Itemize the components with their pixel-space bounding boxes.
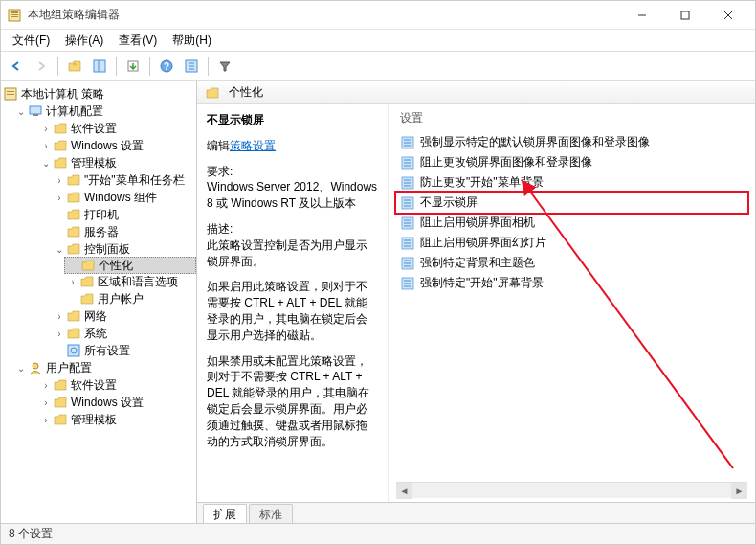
tree-root[interactable]: 本地计算机 策略 (1, 85, 196, 102)
setting-item[interactable]: 强制特定"开始"屏幕背景 (396, 273, 747, 293)
window-title: 本地组策略编辑器 (28, 7, 620, 23)
setting-label: 阻止启用锁屏界面幻灯片 (420, 235, 546, 251)
tree-servers[interactable]: 服务器 (51, 223, 196, 240)
menubar: 文件(F) 操作(A) 查看(V) 帮助(H) (1, 30, 755, 51)
chevron-down-icon[interactable]: ⌄ (39, 156, 53, 170)
description-column: 不显示锁屏 编辑策略设置 要求:Windows Server 2012、Wind… (197, 104, 389, 502)
policy-icon (400, 276, 415, 291)
scroll-right-button[interactable]: ► (731, 483, 747, 499)
menu-help[interactable]: 帮助(H) (165, 31, 219, 51)
policy-icon (400, 155, 415, 170)
tree-admin-templates[interactable]: ⌄管理模板 (37, 154, 196, 171)
svg-rect-19 (68, 345, 79, 356)
chevron-right-icon[interactable]: › (66, 275, 79, 288)
tree-user-config[interactable]: ⌄ 用户配置 (12, 359, 196, 376)
filter-button[interactable] (213, 55, 236, 78)
tree-region-language[interactable]: ›区域和语言选项 (64, 273, 196, 290)
tree-printers[interactable]: 打印机 (51, 206, 196, 223)
setting-item[interactable]: 阻止启用锁屏界面相机 (396, 213, 747, 233)
horizontal-scrollbar[interactable]: ◄ ► (396, 482, 747, 498)
chevron-right-icon[interactable]: › (39, 413, 53, 426)
svg-point-21 (33, 363, 38, 369)
svg-rect-2 (11, 14, 18, 15)
chevron-down-icon[interactable]: ⌄ (53, 242, 66, 256)
window-titlebar: 本地组策略编辑器 (1, 1, 755, 30)
chevron-right-icon[interactable]: › (39, 396, 53, 409)
tree-user-admin[interactable]: ›管理模板 (37, 411, 196, 428)
setting-item[interactable]: 防止更改"开始"菜单背景 (396, 172, 747, 193)
tree-computer-config[interactable]: ⌄ 计算机配置 (12, 102, 196, 120)
chevron-right-icon[interactable]: › (53, 309, 66, 323)
policy-icon (400, 236, 415, 251)
up-button[interactable] (63, 55, 86, 78)
requirements-label: 要求: (207, 165, 233, 178)
svg-rect-18 (33, 114, 38, 116)
statusbar-text: 8 个设置 (9, 526, 53, 542)
export-button[interactable] (122, 55, 145, 78)
svg-rect-15 (7, 91, 14, 92)
scroll-left-button[interactable]: ◄ (396, 483, 412, 499)
svg-rect-16 (7, 94, 14, 95)
edit-policy-link[interactable]: 策略设置 (230, 139, 276, 152)
chevron-right-icon[interactable]: › (53, 191, 66, 204)
chevron-down-icon[interactable]: ⌄ (14, 104, 28, 118)
svg-rect-1 (11, 11, 18, 13)
setting-label: 阻止启用锁屏界面相机 (420, 215, 535, 231)
setting-label: 强制特定背景和主题色 (420, 255, 535, 271)
chevron-down-icon[interactable]: ⌄ (14, 361, 28, 375)
detail-header-title: 个性化 (229, 84, 263, 101)
chevron-right-icon[interactable]: › (53, 173, 66, 187)
tab-standard[interactable]: 标准 (249, 504, 293, 523)
chevron-right-icon[interactable]: › (39, 378, 53, 392)
tree-all-settings[interactable]: 所有设置 (51, 342, 196, 359)
help-button[interactable]: ? (155, 55, 178, 78)
menu-view[interactable]: 查看(V) (111, 31, 165, 51)
close-button[interactable] (706, 2, 749, 29)
show-hide-tree-button[interactable] (88, 55, 111, 78)
tree-start-taskbar[interactable]: ›"开始"菜单和任务栏 (51, 171, 196, 189)
setting-item[interactable]: 阻止启用锁屏界面幻灯片 (396, 233, 747, 253)
policy-icon (400, 195, 415, 211)
minimize-button[interactable] (620, 2, 663, 29)
description-text-3: 如果禁用或未配置此策略设置，则对于不需要按 CTRL + ALT + DEL 就… (207, 353, 378, 450)
setting-label: 不显示锁屏 (420, 194, 478, 211)
detail-header: 个性化 (197, 81, 755, 104)
description-text-1: 此策略设置控制是否为用户显示锁屏界面。 (207, 238, 367, 268)
chevron-right-icon[interactable]: › (53, 327, 66, 340)
statusbar: 8 个设置 (1, 523, 755, 544)
tree-control-panel[interactable]: ⌄控制面板 (51, 240, 196, 258)
tree-network[interactable]: ›网络 (51, 307, 196, 325)
back-button[interactable] (5, 55, 28, 78)
tree-windows-settings[interactable]: ›Windows 设置 (37, 137, 196, 154)
forward-button[interactable] (30, 55, 53, 78)
tree-system[interactable]: ›系统 (51, 325, 196, 342)
chevron-right-icon[interactable]: › (39, 139, 53, 152)
setting-item[interactable]: 阻止更改锁屏界面图像和登录图像 (396, 152, 747, 172)
maximize-button[interactable] (663, 2, 706, 29)
edit-label: 编辑 (207, 139, 230, 152)
toolbar: ? (1, 51, 755, 81)
policy-icon (400, 256, 415, 271)
description-label: 描述: (207, 222, 233, 236)
app-icon (7, 8, 22, 23)
detail-pane: 个性化 不显示锁屏 编辑策略设置 要求:Windows Server 2012、… (197, 81, 755, 523)
tree-pane: 本地计算机 策略 ⌄ 计算机配置 ›软件设置 ›Windows 设置 ⌄管理模板… (1, 81, 197, 523)
options-button[interactable] (180, 55, 203, 78)
setting-label: 防止更改"开始"菜单背景 (420, 174, 544, 191)
policy-icon (400, 135, 415, 150)
chevron-right-icon[interactable]: › (39, 122, 53, 135)
setting-label: 阻止更改锁屏界面图像和登录图像 (420, 154, 592, 170)
tree-user-accounts[interactable]: 用户帐户 (64, 290, 196, 307)
setting-item[interactable]: 不显示锁屏 (396, 193, 747, 213)
tree-software-settings[interactable]: ›软件设置 (37, 120, 196, 137)
menu-action[interactable]: 操作(A) (57, 31, 111, 51)
tree-personalization[interactable]: 个性化 (64, 257, 196, 274)
requirements-text: Windows Server 2012、Windows 8 或 Windows … (207, 180, 377, 210)
tree-user-software[interactable]: ›软件设置 (37, 376, 196, 394)
menu-file[interactable]: 文件(F) (5, 31, 57, 51)
tab-extended[interactable]: 扩展 (203, 504, 247, 523)
tree-windows-components[interactable]: ›Windows 组件 (51, 189, 196, 206)
setting-item[interactable]: 强制特定背景和主题色 (396, 253, 747, 273)
tree-user-windows[interactable]: ›Windows 设置 (37, 394, 196, 411)
setting-item[interactable]: 强制显示特定的默认锁屏界面图像和登录图像 (396, 132, 747, 152)
